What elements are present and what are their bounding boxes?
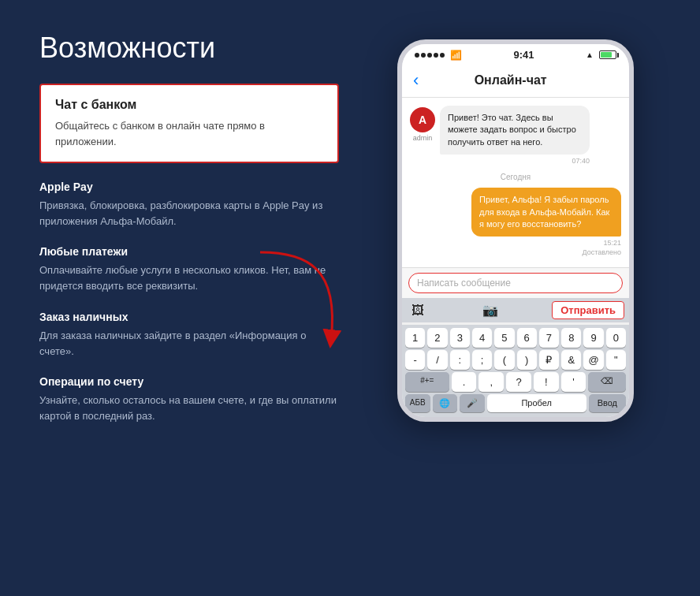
feature-item-cash: Заказ наличных Для заказа наличных зайди… [39, 311, 339, 359]
wifi-icon: 📶 [450, 50, 462, 61]
feature-operations-desc: Узнайте, сколько осталось на вашем счете… [39, 393, 339, 424]
kb-key-2[interactable]: 2 [427, 328, 447, 348]
chat-header: ‹ Онлайн-чат [402, 64, 629, 98]
kb-row-third: #+= . , ? ! ' ⌫ [405, 372, 626, 392]
kb-key-abc[interactable]: АБВ [405, 394, 430, 412]
kb-key-globe[interactable]: 🌐 [433, 394, 458, 412]
message-time-right-1: 15:21 [603, 239, 621, 247]
status-signal: 📶 [415, 50, 462, 61]
image-icon[interactable]: 🖼 [407, 301, 429, 320]
kb-key-minus[interactable]: - [405, 350, 425, 370]
kb-key-4[interactable]: 4 [472, 328, 492, 348]
kb-key-ampersand[interactable]: & [561, 350, 581, 370]
bubble-text-1: Привет! Это чат. Здесь вы можете задать … [440, 106, 590, 155]
feature-cash-desc: Для заказа наличных зайдите в раздел «Ин… [39, 328, 339, 359]
kb-key-ruble[interactable]: ₽ [539, 350, 559, 370]
feature-payments-desc: Оплачивайте любые услуги в несколько кли… [39, 263, 339, 294]
keyboard: 1 2 3 4 5 6 7 8 9 0 - / : ; ( [402, 325, 629, 417]
kb-key-backspace[interactable]: ⌫ [588, 372, 626, 392]
feature-item-operations: Операции по счету Узнайте, сколько остал… [39, 375, 339, 424]
message-input[interactable]: Написать сообщение [408, 273, 623, 293]
right-panel: 📶 9:41 ▲ ‹ Онлайн-чат [370, 32, 661, 564]
battery-indicator [599, 50, 616, 59]
status-bar: 📶 9:41 ▲ [402, 44, 629, 64]
bubble-text-right-1: Привет, Альфа! Я забыл пароль для входа … [471, 188, 621, 237]
page-container: Возможности Чат с банком Общайтесь с бан… [0, 0, 700, 596]
avatar-label: admin [413, 134, 433, 142]
dot-2 [421, 53, 426, 58]
message-time-1: 07:40 [440, 157, 590, 165]
kb-key-colon[interactable]: : [450, 350, 470, 370]
avatar-col: A admin [410, 106, 435, 142]
chat-messages: A admin Привет! Это чат. Здесь вы можете… [402, 98, 629, 267]
kb-key-7[interactable]: 7 [539, 328, 559, 348]
message-input-area: Написать сообщение [402, 267, 629, 298]
feature-item-payments: Любые платежи Оплачивайте любые услуги в… [39, 245, 339, 294]
kb-key-open-paren[interactable]: ( [494, 350, 514, 370]
feature-item-apple-pay: Apple Pay Привязка, блокировка, разблоки… [39, 181, 339, 229]
kb-row-symbols: - / : ; ( ) ₽ & @ " [405, 350, 626, 370]
kb-key-apostrophe[interactable]: ' [561, 372, 586, 392]
dot-3 [427, 53, 432, 58]
kb-key-5[interactable]: 5 [494, 328, 514, 348]
message-right-1: Привет, Альфа! Я забыл пароль для входа … [410, 188, 621, 256]
back-button[interactable]: ‹ [413, 70, 419, 91]
kb-key-at[interactable]: @ [583, 350, 603, 370]
feature-chat-title: Чат с банком [55, 98, 323, 112]
kb-key-3[interactable]: 3 [450, 328, 470, 348]
message-left-1: A admin Привет! Это чат. Здесь вы можете… [410, 106, 621, 165]
chat-title: Онлайн-чат [426, 73, 594, 88]
kb-key-quote[interactable]: " [606, 350, 626, 370]
kb-key-comma[interactable]: , [478, 372, 504, 392]
charge-arrow-icon: ▲ [586, 50, 594, 59]
feature-payments-title: Любые платежи [39, 245, 339, 258]
camera-icon[interactable]: 📷 [478, 300, 503, 320]
kb-key-slash[interactable]: / [427, 350, 447, 370]
kb-key-dot[interactable]: . [452, 372, 477, 392]
date-divider: Сегодня [410, 173, 621, 181]
kb-key-question[interactable]: ? [506, 372, 531, 392]
signal-dots [415, 53, 445, 58]
kb-key-close-paren[interactable]: ) [517, 350, 537, 370]
keyboard-toolbar: 🖼 📷 Отправить [402, 298, 629, 322]
phone-mockup: 📶 9:41 ▲ ‹ Онлайн-чат [397, 39, 634, 422]
feature-chat-desc: Общайтесь с банком в онлайн чате прямо в… [55, 118, 323, 149]
left-panel: Возможности Чат с банком Общайтесь с бан… [39, 32, 339, 564]
kb-key-semi[interactable]: ; [472, 350, 492, 370]
avatar: A [410, 107, 435, 132]
kb-key-1[interactable]: 1 [405, 328, 425, 348]
kb-row-numbers: 1 2 3 4 5 6 7 8 9 0 [405, 328, 626, 348]
kb-key-9[interactable]: 9 [583, 328, 603, 348]
feature-apple-pay-title: Apple Pay [39, 181, 339, 193]
feature-cash-title: Заказ наличных [39, 311, 339, 323]
bubble-left-1: Привет! Это чат. Здесь вы можете задать … [440, 106, 590, 165]
kb-key-hashtag[interactable]: #+= [405, 372, 449, 392]
delivered-status: Доставлено [582, 248, 621, 256]
section-title: Возможности [39, 32, 339, 65]
dot-1 [415, 53, 419, 58]
kb-key-enter[interactable]: Ввод [589, 394, 626, 412]
send-button[interactable]: Отправить [552, 301, 624, 319]
feature-operations-title: Операции по счету [39, 375, 339, 388]
dot-5 [440, 53, 445, 58]
kb-key-exclaim[interactable]: ! [534, 372, 559, 392]
kb-row-bottom: АБВ 🌐 🎤 Пробел Ввод [405, 394, 626, 412]
battery-fill [601, 52, 612, 58]
kb-key-0[interactable]: 0 [606, 328, 626, 348]
kb-key-space[interactable]: Пробел [487, 394, 586, 412]
status-time: 9:41 [514, 49, 534, 61]
kb-key-8[interactable]: 8 [561, 328, 581, 348]
kb-key-mic[interactable]: 🎤 [460, 394, 485, 412]
dot-4 [434, 53, 438, 58]
kb-key-6[interactable]: 6 [517, 328, 537, 348]
status-battery: ▲ [586, 50, 616, 59]
feature-card-chat[interactable]: Чат с банком Общайтесь с банком в онлайн… [39, 84, 339, 163]
feature-apple-pay-desc: Привязка, блокировка, разблокировка карт… [39, 198, 339, 229]
